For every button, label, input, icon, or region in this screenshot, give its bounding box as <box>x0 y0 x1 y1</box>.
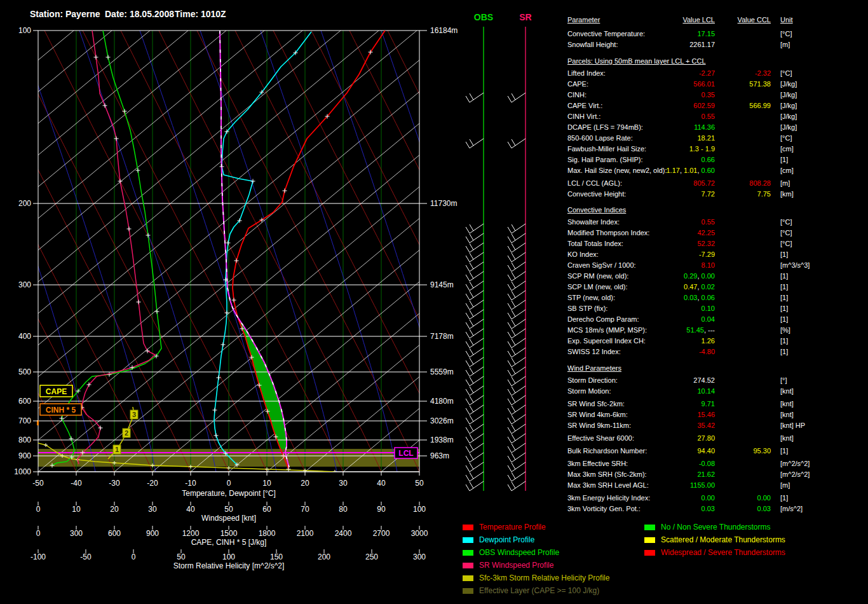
svg-text:600: 600 <box>108 529 121 538</box>
svg-text:1800: 1800 <box>259 529 276 538</box>
legend-label: Sfc-3km Storm Relative Helicity Profile <box>479 573 609 582</box>
legend-label: Widespread / Severe Thunderstorms <box>661 548 785 557</box>
svg-text:60: 60 <box>262 505 271 514</box>
value-lcl: 1155.00 <box>567 480 715 490</box>
svg-text:-40: -40 <box>71 479 82 488</box>
svg-text:40: 40 <box>186 505 195 514</box>
table-header-row: ParameterValue LCLValue CCLUnit <box>567 15 866 25</box>
legend-label: OBS Windspeed Profile <box>479 548 559 557</box>
svg-text:50: 50 <box>177 553 186 561</box>
unit-cell: [cm] <box>780 144 794 154</box>
value-lcl: -7.29 <box>567 249 715 259</box>
value-lcl: 17.15 <box>567 29 715 39</box>
svg-text:70: 70 <box>301 505 309 514</box>
unit-cell: [1] <box>780 347 788 357</box>
value-lcl: 0.29, 0.00 <box>567 271 715 281</box>
value-ccl: 95.30 <box>567 446 771 456</box>
legend-label: SR Windspeed Profile <box>479 561 553 570</box>
date-label: Date: 18.05.2008 <box>105 9 174 19</box>
value-ccl: -2.32 <box>567 68 771 78</box>
x-axis-1: 0102030405060708090100Windspeed [knt] <box>36 502 426 523</box>
table-row: Showalter Index:0.55[°C] <box>567 217 866 227</box>
legend-label: Scattered / Moderate Thunderstorms <box>661 535 785 544</box>
value-lcl: 27.80 <box>567 433 715 443</box>
unit-cell: [%] <box>780 325 790 335</box>
unit-cell: [J/kg] <box>780 122 797 132</box>
table-row: Max 3km SRH Level AGL:1155.00[m] <box>567 480 866 490</box>
unit-cell: [°C] <box>780 133 792 143</box>
value-lcl: 35.42 <box>567 420 715 430</box>
svg-text:0: 0 <box>132 553 136 561</box>
svg-text:-50: -50 <box>32 479 44 488</box>
cape-label-box: CAPE <box>40 385 72 397</box>
unit-cell: [m] <box>780 39 790 50</box>
unit-cell: [m^3/s^3] <box>780 260 810 270</box>
column-header-unit: Unit <box>780 15 793 25</box>
value-lcl: 1.17, 1.01, 0.60 <box>567 165 715 175</box>
table-row: Exp. Supercell Index CH:1.26[1] <box>567 336 866 346</box>
value-lcl: 51.45, --- <box>567 325 715 335</box>
svg-text:-50: -50 <box>80 553 92 561</box>
svg-text:2: 2 <box>125 429 128 437</box>
svg-text:300: 300 <box>70 529 83 538</box>
obs-windspeed-curve <box>50 31 162 468</box>
svg-text:3000: 3000 <box>411 529 428 538</box>
sounding-curves: 123 <box>38 31 385 474</box>
table-row: SCP RM (new, old):0.29, 0.00[1] <box>567 271 866 281</box>
value-lcl: 0.03, 0.06 <box>567 292 715 303</box>
table-row: Lifted Index:-2.27-2.32[°C] <box>567 68 866 78</box>
table-row: Storm Direction:274.52[°] <box>567 375 866 385</box>
svg-text:SR: SR <box>519 12 531 22</box>
svg-text:10: 10 <box>262 479 271 488</box>
table-row: MCS 18m/s (MMP, MSP):51.45, ---[%] <box>567 325 866 335</box>
legend-item: No / Non Severe Thunderstorms <box>644 524 771 533</box>
value-lcl: 0.35 <box>567 90 715 100</box>
sr-wind-column: SR <box>508 12 532 491</box>
dewpoint-curve <box>213 32 312 467</box>
legend-item: Sfc-3km Storm Relative Helicity Profile <box>463 575 609 584</box>
svg-text:100: 100 <box>222 553 235 561</box>
table-row: Effective Shear 6000:27.80[knt] <box>567 433 866 443</box>
svg-text:1500: 1500 <box>220 529 238 538</box>
legend-item: Temperature Profile <box>463 524 546 533</box>
legend-swatch <box>463 525 473 530</box>
svg-text:20: 20 <box>110 505 119 514</box>
table-row: CINH Virt.:0.55[J/kg] <box>567 111 866 121</box>
svg-text:2100: 2100 <box>297 529 314 538</box>
unit-cell: [J/kg] <box>780 111 797 121</box>
time-label: Time: 1010Z <box>175 9 226 19</box>
legend-swatch <box>644 537 655 543</box>
svg-text:150: 150 <box>270 553 283 561</box>
svg-text:200: 200 <box>318 553 330 561</box>
unit-cell: [1] <box>780 446 788 456</box>
svg-text:OBS: OBS <box>474 12 493 22</box>
unit-cell: [°C] <box>780 228 792 238</box>
unit-cell: [km] <box>780 189 794 199</box>
unit-cell: [m^2/s^2] <box>780 469 810 479</box>
legend-label: No / Non Severe Thunderstorms <box>661 523 771 532</box>
table-row: Snowfall Height:2261.17[m] <box>567 39 866 50</box>
value-lcl: 0.55 <box>567 217 715 227</box>
svg-text:7178m: 7178m <box>430 332 454 341</box>
x-axis-3: -100-50050100150200250300Storm Relative … <box>31 549 426 570</box>
svg-text:3: 3 <box>132 411 136 418</box>
table-row: 3km Energy Helicity Index:0.000.00[1] <box>567 493 866 503</box>
svg-text:600: 600 <box>18 397 31 406</box>
svg-text:963m: 963m <box>430 451 449 460</box>
svg-text:1000: 1000 <box>14 467 31 476</box>
table-row: SCP LM (new, old):0.47, 0.02[1] <box>567 282 866 292</box>
unit-cell: [knt] <box>780 409 794 420</box>
table-row: Modified Thompson Index:42.25[°C] <box>567 228 866 238</box>
legend-swatch <box>644 550 655 556</box>
svg-text:50: 50 <box>415 479 424 488</box>
svg-text:30: 30 <box>339 479 348 488</box>
svg-text:-10: -10 <box>185 479 196 488</box>
legend-item: Dewpoint Profile <box>463 537 534 546</box>
legend-swatch <box>463 550 473 556</box>
height-axis: 16184m11730m9145m7178m5559m4180m3026m193… <box>419 26 458 460</box>
unit-cell: [°C] <box>780 238 792 249</box>
svg-text:10: 10 <box>72 505 81 514</box>
unit-cell: [°C] <box>780 68 792 78</box>
legend-swatch <box>463 537 473 543</box>
unit-cell: [1] <box>780 282 788 292</box>
